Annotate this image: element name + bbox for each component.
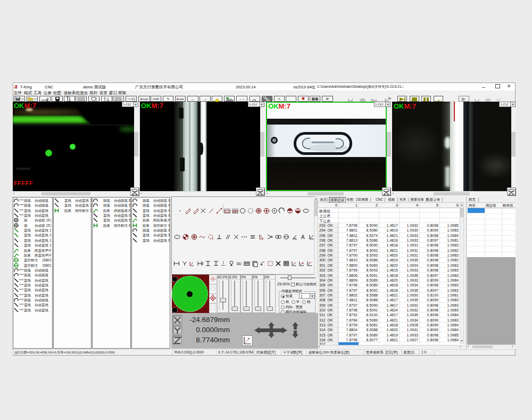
svg-text:3D: 3D <box>236 261 242 266</box>
svg-text:A: A <box>301 234 305 240</box>
